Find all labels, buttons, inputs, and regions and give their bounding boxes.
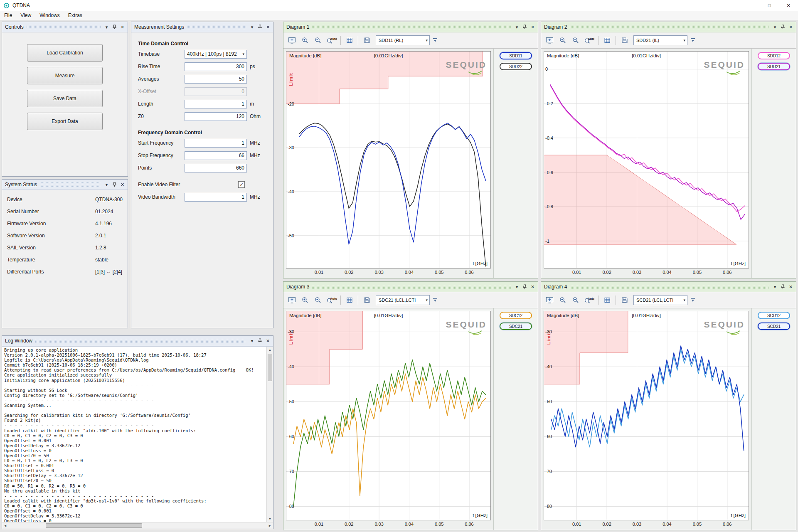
zoom-auto-button[interactable]: Auto — [582, 294, 596, 306]
data-table-button[interactable] — [343, 34, 355, 46]
zoom-out-button[interactable] — [569, 294, 581, 306]
diagram-header[interactable]: Diagram 3▾✕ — [283, 282, 538, 292]
diagram-header[interactable]: Diagram 1▾✕ — [283, 22, 538, 32]
fit-view-button[interactable] — [286, 34, 298, 46]
trace-list-button[interactable] — [688, 294, 697, 306]
measure-button[interactable]: Measure — [27, 67, 103, 84]
maximize-button[interactable]: □ — [760, 0, 779, 11]
panel-close-button[interactable]: ✕ — [119, 24, 126, 31]
system-status-panel-header[interactable]: System Status ▾✕ — [2, 180, 128, 190]
legend-chip-SDC12[interactable]: SDC12 — [500, 312, 532, 319]
scroll-up-arrow[interactable]: ▲ — [267, 347, 273, 353]
pin-icon[interactable] — [521, 283, 528, 291]
diagram-header[interactable]: Diagram 2▾✕ — [541, 22, 796, 32]
trace-list-button[interactable] — [431, 294, 440, 306]
measurement-settings-panel-header[interactable]: Measurement Settings ▾✕ — [131, 22, 273, 32]
scroll-down-arrow[interactable]: ▼ — [267, 516, 273, 522]
legend-chip-SDD12[interactable]: SDD12 — [758, 52, 790, 59]
trace-select[interactable]: SCD21 (LCL,LCTI▾ — [633, 295, 687, 305]
z0-input[interactable]: 120 — [185, 112, 247, 121]
log-window-panel-header[interactable]: Log Window ▾✕ — [2, 336, 273, 346]
panel-menu-button[interactable]: ▾ — [513, 24, 520, 31]
data-table-button[interactable] — [343, 294, 355, 306]
legend-chip-SDD22[interactable]: SDD22 — [500, 63, 532, 70]
panel-menu-button[interactable]: ▾ — [249, 337, 256, 345]
fit-view-button[interactable] — [544, 294, 556, 306]
chart-area[interactable]: SEQUIDLimitMagnitude [dB][0.01GHz/div]f … — [286, 311, 491, 527]
panel-close-button[interactable]: ✕ — [264, 24, 271, 31]
trace-list-button[interactable] — [688, 34, 697, 46]
pin-icon[interactable] — [779, 24, 786, 31]
video-bandwidth-input[interactable]: 1 — [185, 193, 247, 202]
points-input[interactable]: 660 — [185, 164, 247, 172]
legend-chip-SCD21[interactable]: SCD21 — [758, 323, 790, 330]
panel-close-button[interactable]: ✕ — [119, 181, 126, 188]
close-button[interactable]: ✕ — [779, 0, 798, 11]
save-image-button[interactable] — [361, 34, 373, 46]
legend-chip-SDD21[interactable]: SDD21 — [758, 63, 790, 70]
controls-panel-header[interactable]: Controls ▾✕ — [2, 22, 128, 32]
length-input[interactable]: 1 — [185, 100, 247, 108]
x-offset-input[interactable]: 0 — [185, 87, 247, 96]
load-calibration-button[interactable]: Load Calibration — [27, 44, 103, 62]
pin-icon[interactable] — [111, 181, 118, 188]
scroll-right-arrow[interactable]: ▶ — [267, 522, 273, 529]
log-vertical-scrollbar[interactable]: ▲ ▼ — [266, 347, 273, 522]
panel-menu-button[interactable]: ▾ — [103, 24, 110, 31]
pin-icon[interactable] — [521, 24, 528, 31]
rise-time-input[interactable]: 300 — [185, 62, 247, 71]
zoom-in-button[interactable] — [557, 34, 569, 46]
menu-file[interactable]: File — [0, 11, 16, 20]
panel-close-button[interactable]: ✕ — [264, 337, 271, 345]
panel-menu-button[interactable]: ▾ — [513, 283, 520, 291]
log-horizontal-scrollbar[interactable]: ◀ ▶ — [2, 522, 273, 529]
diagram-header[interactable]: Diagram 4▾✕ — [541, 282, 796, 292]
panel-close-button[interactable]: ✕ — [529, 283, 536, 291]
data-table-button[interactable] — [601, 34, 613, 46]
zoom-auto-button[interactable]: Auto — [582, 34, 596, 46]
zoom-in-button[interactable] — [299, 294, 311, 306]
panel-menu-button[interactable]: ▾ — [249, 24, 256, 31]
chart-area[interactable]: SEQUIDMagnitude [dB][0.01GHz/div]f [GHz]… — [544, 51, 749, 276]
zoom-in-button[interactable] — [557, 294, 569, 306]
trace-select[interactable]: SDD11 (RL)▾ — [376, 35, 430, 45]
scrollbar-thumb[interactable] — [268, 354, 272, 381]
trace-list-button[interactable] — [431, 34, 440, 46]
scrollbar-thumb[interactable] — [46, 523, 142, 528]
chart-area[interactable]: SEQUIDLimitMagnitude [dB][0.01GHz/div]f … — [544, 311, 749, 527]
start-frequency-input[interactable]: 1 — [185, 139, 247, 148]
zoom-out-button[interactable] — [312, 294, 324, 306]
legend-chip-SCD12[interactable]: SCD12 — [758, 312, 790, 319]
save-image-button[interactable] — [618, 34, 631, 46]
panel-close-button[interactable]: ✕ — [529, 24, 536, 31]
menu-extras[interactable]: Extras — [64, 11, 86, 20]
zoom-in-button[interactable] — [299, 34, 311, 46]
averages-input[interactable]: 50 — [185, 75, 247, 84]
panel-menu-button[interactable]: ▾ — [771, 24, 778, 31]
zoom-out-button[interactable] — [569, 34, 581, 46]
panel-close-button[interactable]: ✕ — [787, 24, 794, 31]
stop-frequency-input[interactable]: 66 — [185, 151, 247, 160]
data-table-button[interactable] — [601, 294, 613, 306]
pin-icon[interactable] — [111, 24, 118, 31]
save-data-button[interactable]: Save Data — [27, 90, 103, 107]
save-image-button[interactable] — [361, 294, 373, 306]
menu-windows[interactable]: Windows — [35, 11, 64, 20]
panel-menu-button[interactable]: ▾ — [771, 283, 778, 291]
legend-chip-SDD11[interactable]: SDD11 — [500, 52, 532, 59]
fit-view-button[interactable] — [286, 294, 298, 306]
zoom-out-button[interactable] — [312, 34, 324, 46]
zoom-auto-button[interactable]: Auto — [325, 294, 338, 306]
timebase-select[interactable]: 400kHz | 100ps | 8192▾ — [185, 50, 247, 59]
legend-chip-SDC21[interactable]: SDC21 — [500, 323, 532, 330]
menu-view[interactable]: View — [16, 11, 35, 20]
panel-menu-button[interactable]: ▾ — [103, 181, 110, 188]
scroll-left-arrow[interactable]: ◀ — [2, 522, 8, 529]
trace-select[interactable]: SDC21 (LCL,LCTI▾ — [376, 295, 430, 305]
pin-icon[interactable] — [256, 337, 264, 345]
pin-icon[interactable] — [779, 283, 786, 291]
minimize-button[interactable]: — — [741, 0, 760, 11]
pin-icon[interactable] — [256, 24, 264, 31]
enable-video-filter-checkbox[interactable]: ✓ — [238, 181, 245, 188]
trace-select[interactable]: SDD21 (IL)▾ — [633, 35, 687, 45]
